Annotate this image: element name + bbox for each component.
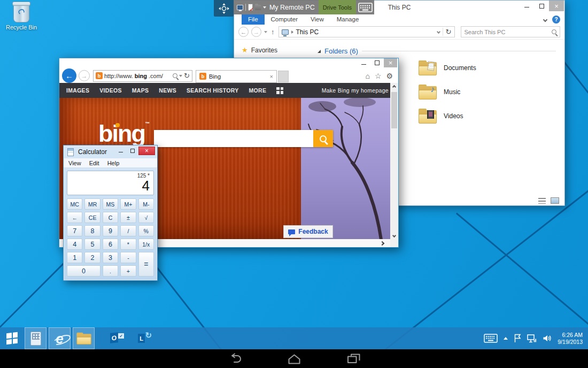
start-button[interactable] [1, 327, 23, 349]
scrollbar-thumb[interactable] [391, 92, 397, 128]
quick-access-chevron-icon[interactable] [263, 6, 266, 9]
folders-group-header[interactable]: Folders (6) [318, 47, 556, 55]
url-search-icon[interactable] [173, 73, 177, 78]
menu-help[interactable]: Help [107, 160, 120, 166]
action-center-flag-icon[interactable] [514, 334, 521, 343]
explorer-search-input[interactable] [465, 29, 550, 35]
bing-search-button[interactable] [313, 130, 333, 147]
taskbar-outlook-button[interactable]: O ✓ [106, 327, 128, 349]
key-mplus[interactable]: M+ [120, 198, 136, 210]
bing-search-box[interactable] [154, 130, 333, 147]
show-hidden-icons-chevron[interactable] [504, 337, 508, 340]
key-c[interactable]: C [103, 212, 118, 223]
key-ms[interactable]: MS [103, 198, 118, 210]
recent-locations-chevron-icon[interactable] [264, 31, 267, 33]
bing-nav-videos[interactable]: VIDEOS [99, 87, 121, 94]
folder-item-videos[interactable]: Videos [419, 105, 536, 127]
bing-nav-news[interactable]: NEWS [159, 87, 176, 94]
key-mminus[interactable]: M- [138, 198, 154, 210]
calculator-close-button[interactable]: × [138, 147, 155, 155]
tab-manage[interactable]: Manage [330, 14, 366, 25]
make-bing-homepage-link[interactable]: Make Bing my homepage [322, 87, 389, 94]
forward-button[interactable]: → [251, 27, 261, 37]
ie-minimize-button[interactable] [357, 58, 370, 67]
remote-keyboard-button[interactable] [358, 1, 373, 13]
help-icon[interactable]: ? [552, 16, 560, 24]
explorer-minimize-button[interactable] [519, 1, 534, 11]
key-ce[interactable]: CE [84, 212, 100, 223]
home-icon[interactable]: ⌂ [365, 72, 369, 80]
scroll-up-icon[interactable] [390, 83, 398, 91]
android-back-button[interactable] [228, 353, 242, 365]
url-dropdown-chevron-icon[interactable] [179, 75, 182, 77]
calculator-minimize-button[interactable] [115, 147, 126, 155]
folder-item-music[interactable]: ♪ Music [419, 81, 536, 103]
ie-tab-bing[interactable]: b Bing × [196, 70, 277, 83]
favorites-icon[interactable]: ☆ [375, 72, 382, 80]
bing-nav-more[interactable]: MORE [249, 87, 267, 94]
android-home-button[interactable] [287, 353, 301, 365]
quick-access-newfolder-icon[interactable] [255, 5, 261, 10]
taskbar-ie-button[interactable]: e [49, 327, 71, 349]
key-4[interactable]: 4 [67, 239, 82, 250]
calculator-maximize-button[interactable] [127, 147, 138, 155]
ribbon-expand-chevron-icon[interactable] [543, 17, 547, 21]
key-8[interactable]: 8 [84, 225, 100, 236]
android-recents-button[interactable] [346, 353, 361, 365]
key-7[interactable]: 7 [67, 225, 82, 236]
tab-view[interactable]: View [304, 14, 330, 25]
ie-address-bar[interactable]: b http://www.bing.com/ ↻ [93, 70, 192, 82]
key-divide[interactable]: / [120, 225, 136, 236]
explorer-close-button[interactable]: × [549, 1, 564, 11]
address-dropdown-chevron-icon[interactable] [437, 30, 440, 34]
key-mr[interactable]: MR [84, 198, 100, 210]
key-2[interactable]: 2 [84, 252, 100, 263]
key-percent[interactable]: % [138, 225, 154, 236]
key-5[interactable]: 5 [84, 239, 100, 250]
remote-pan-button[interactable] [214, 0, 234, 17]
taskbar-explorer-button[interactable] [73, 327, 95, 349]
sidebar-item-favorites[interactable]: ★ Favorites [242, 46, 314, 54]
volume-icon[interactable] [543, 334, 552, 342]
key-6[interactable]: 6 [103, 239, 118, 250]
bing-nav-images[interactable]: IMAGES [66, 87, 89, 94]
key-multiply[interactable]: * [120, 239, 136, 250]
key-reciprocal[interactable]: 1/x [138, 239, 154, 250]
tab-computer[interactable]: Computer [265, 14, 305, 25]
tab-close-icon[interactable]: × [270, 73, 273, 80]
key-sqrt[interactable]: √ [138, 212, 154, 223]
explorer-search-box[interactable] [461, 26, 561, 37]
menu-view[interactable]: View [68, 160, 81, 166]
key-equals[interactable]: = [138, 252, 154, 277]
address-bar[interactable]: This PC ↻ [278, 26, 455, 37]
key-3[interactable]: 3 [103, 252, 118, 263]
bing-nav-maps[interactable]: MAPS [132, 87, 149, 94]
quick-access-computer-icon[interactable] [237, 5, 243, 10]
apps-grid-icon[interactable] [276, 87, 283, 94]
bing-search-input[interactable] [157, 130, 307, 147]
settings-gear-icon[interactable]: ⚙ [386, 72, 393, 80]
explorer-maximize-button[interactable] [534, 1, 549, 11]
key-backspace[interactable]: ← [67, 212, 82, 223]
touch-keyboard-icon[interactable] [484, 334, 498, 343]
ie-refresh-icon[interactable]: ↻ [184, 72, 190, 80]
new-tab-button[interactable] [278, 71, 289, 82]
key-minus[interactable]: - [120, 252, 136, 263]
taskbar-clock[interactable]: 6:26 AM 9/19/2013 [558, 332, 583, 346]
network-icon[interactable] [527, 334, 537, 343]
back-button[interactable]: ← [238, 27, 249, 37]
tab-file[interactable]: File [242, 14, 265, 25]
quick-access-properties-icon[interactable]: ✓ [248, 4, 253, 11]
key-1[interactable]: 1 [67, 252, 82, 263]
key-plus[interactable]: + [120, 265, 136, 277]
refresh-icon[interactable]: ↻ [446, 28, 452, 36]
details-view-icon[interactable] [538, 198, 546, 204]
scroll-down-icon[interactable] [390, 232, 398, 240]
taskbar-lync-button[interactable]: L ↻ [134, 327, 156, 349]
ie-maximize-button[interactable] [370, 58, 384, 67]
thumbnails-view-icon[interactable] [551, 197, 559, 204]
ie-forward-button[interactable]: → [79, 70, 90, 81]
ie-vertical-scrollbar[interactable] [390, 83, 398, 240]
key-0[interactable]: 0 [67, 265, 100, 277]
key-negate[interactable]: ± [120, 212, 136, 223]
